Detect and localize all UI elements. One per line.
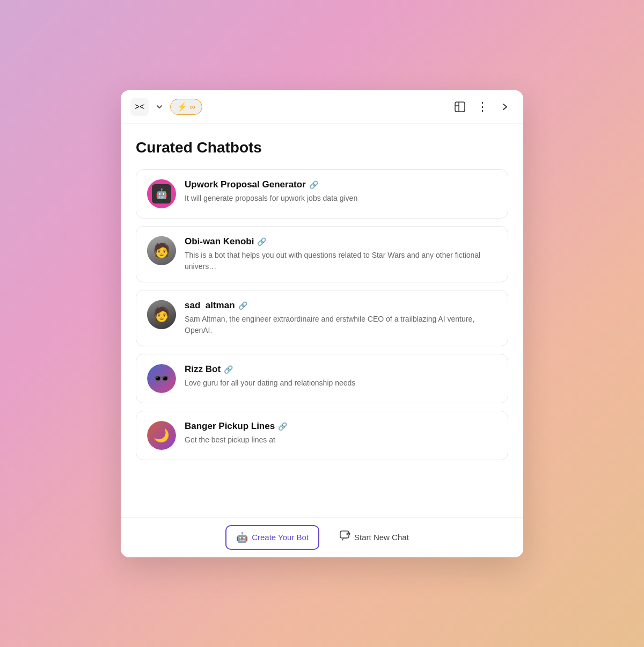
flash-badge-button[interactable]: ⚡ ∞ bbox=[170, 99, 202, 115]
bottom-bar: 🤖 Create Your Bot + Start New Chat bbox=[121, 517, 523, 557]
chatbot-card-banger[interactable]: 🌙 Banger Pickup Lines 🔗 Get the best pic… bbox=[136, 411, 508, 460]
more-button[interactable]: ⋮ bbox=[474, 98, 491, 115]
forward-button[interactable] bbox=[496, 98, 514, 115]
main-content: Curated Chatbots 🤖 Upwork Proposal Gener… bbox=[121, 124, 523, 517]
scroll-area[interactable]: Curated Chatbots 🤖 Upwork Proposal Gener… bbox=[121, 124, 523, 517]
start-chat-label: Start New Chat bbox=[354, 533, 409, 542]
logo-button[interactable]: >< bbox=[130, 98, 149, 116]
logo-icon: >< bbox=[135, 102, 145, 112]
page-title: Curated Chatbots bbox=[136, 139, 508, 156]
avatar-obiwan: 🧑 bbox=[147, 236, 176, 265]
expand-button[interactable] bbox=[451, 98, 469, 115]
create-bot-icon: 🤖 bbox=[236, 532, 248, 543]
chatbot-card-upwork[interactable]: 🤖 Upwork Proposal Generator 🔗 It will ge… bbox=[136, 169, 508, 219]
chatbot-card-altman[interactable]: 🧑 sad_altman 🔗 Sam Altman, the engineer … bbox=[136, 290, 508, 346]
infinity-icon: ∞ bbox=[189, 102, 195, 111]
chatbot-name-row-altman: sad_altman 🔗 bbox=[185, 300, 497, 311]
chatbot-name-row-upwork: Upwork Proposal Generator 🔗 bbox=[185, 179, 497, 190]
chevron-down-button[interactable] bbox=[152, 99, 167, 114]
chatbot-desc-altman: Sam Altman, the engineer extraordinaire … bbox=[185, 314, 497, 336]
chevron-down-icon bbox=[156, 103, 163, 111]
banger-avatar-icon: 🌙 bbox=[147, 421, 176, 450]
chatbot-name-banger: Banger Pickup Lines bbox=[185, 421, 275, 432]
create-bot-button[interactable]: 🤖 Create Your Bot bbox=[225, 525, 319, 550]
toolbar: >< ⚡ ∞ ⋮ bbox=[121, 90, 523, 124]
chatbot-card-rizz[interactable]: 🕶️ Rizz Bot 🔗 Love guru for all your dat… bbox=[136, 354, 508, 403]
main-window: >< ⚡ ∞ ⋮ bbox=[121, 90, 523, 557]
start-chat-button[interactable]: + Start New Chat bbox=[330, 525, 419, 549]
avatar-upwork: 🤖 bbox=[147, 179, 176, 208]
link-icon-rizz[interactable]: 🔗 bbox=[224, 365, 233, 374]
link-icon-banger[interactable]: 🔗 bbox=[278, 422, 287, 431]
chatbot-info-upwork: Upwork Proposal Generator 🔗 It will gene… bbox=[185, 179, 497, 204]
chatbot-info-altman: sad_altman 🔗 Sam Altman, the engineer ex… bbox=[185, 300, 497, 336]
flash-icon: ⚡ bbox=[177, 102, 187, 112]
chatbot-name-rizz: Rizz Bot bbox=[185, 364, 221, 375]
chatbot-name-obiwan: Obi-wan Kenobi bbox=[185, 236, 254, 247]
chatbot-desc-banger: Get the best pickup lines at bbox=[185, 434, 497, 446]
chatbot-desc-rizz: Love guru for all your dating and relati… bbox=[185, 377, 497, 389]
chatbot-name-row-rizz: Rizz Bot 🔗 bbox=[185, 364, 497, 375]
start-chat-icon: + bbox=[340, 530, 350, 544]
chatbot-desc-obiwan: This is a bot that helps you out with qu… bbox=[185, 250, 497, 272]
rizz-avatar-icon: 🕶️ bbox=[147, 364, 176, 393]
expand-icon bbox=[454, 101, 466, 113]
svg-rect-0 bbox=[455, 102, 465, 112]
chatbot-list: 🤖 Upwork Proposal Generator 🔗 It will ge… bbox=[136, 169, 508, 460]
forward-icon bbox=[500, 102, 510, 112]
avatar-banger: 🌙 bbox=[147, 421, 176, 450]
chatbot-name-altman: sad_altman bbox=[185, 300, 235, 311]
avatar-rizz: 🕶️ bbox=[147, 364, 176, 393]
toolbar-left: >< ⚡ ∞ bbox=[130, 98, 202, 116]
chatbot-name-row-banger: Banger Pickup Lines 🔗 bbox=[185, 421, 497, 432]
link-icon-altman[interactable]: 🔗 bbox=[238, 301, 247, 310]
chat-icon: + bbox=[340, 530, 350, 541]
chatbot-card-obiwan[interactable]: 🧑 Obi-wan Kenobi 🔗 This is a bot that he… bbox=[136, 226, 508, 282]
chatbot-name-upwork: Upwork Proposal Generator bbox=[185, 179, 306, 190]
chatbot-desc-upwork: It will generate proposals for upwork jo… bbox=[185, 193, 497, 204]
chatbot-name-row-obiwan: Obi-wan Kenobi 🔗 bbox=[185, 236, 497, 247]
upwork-avatar-icon: 🤖 bbox=[152, 184, 171, 203]
chatbot-info-rizz: Rizz Bot 🔗 Love guru for all your dating… bbox=[185, 364, 497, 389]
avatar-altman: 🧑 bbox=[147, 300, 176, 329]
create-bot-label: Create Your Bot bbox=[252, 533, 309, 542]
altman-avatar-icon: 🧑 bbox=[147, 300, 176, 329]
chatbot-info-banger: Banger Pickup Lines 🔗 Get the best picku… bbox=[185, 421, 497, 446]
link-icon-upwork[interactable]: 🔗 bbox=[309, 180, 318, 189]
obiwan-avatar-icon: 🧑 bbox=[147, 236, 176, 265]
toolbar-right: ⋮ bbox=[451, 98, 514, 115]
chatbot-info-obiwan: Obi-wan Kenobi 🔗 This is a bot that help… bbox=[185, 236, 497, 272]
more-icon: ⋮ bbox=[477, 101, 488, 113]
link-icon-obiwan[interactable]: 🔗 bbox=[257, 237, 266, 246]
